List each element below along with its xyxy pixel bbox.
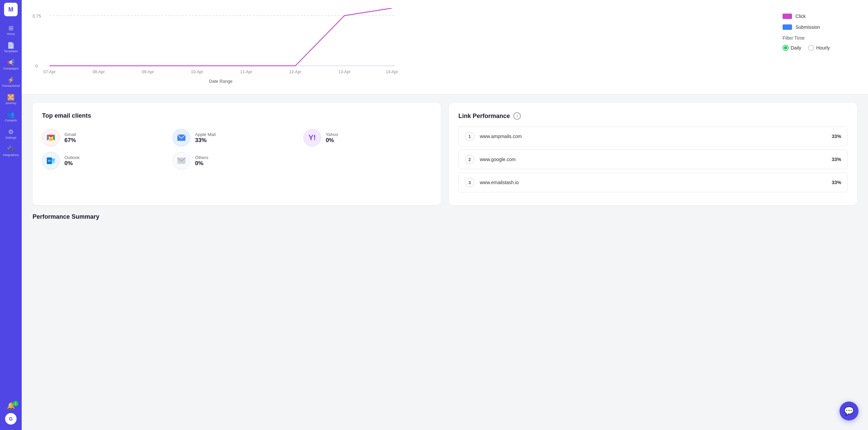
sidebar-bottom: 🔔 1 G: [1, 399, 21, 427]
journey-icon: 🔀: [7, 94, 15, 100]
link-row-2: 2 www.google.com 33%: [458, 150, 848, 169]
apple-mail-svg: [177, 133, 186, 142]
radio-daily-label: Daily: [791, 45, 801, 51]
link-rank-3: 3: [465, 178, 474, 187]
apple-mail-name: Apple Mail: [195, 132, 216, 137]
radio-daily-inner: [784, 46, 787, 50]
sidebar-label-journey: Journey: [5, 101, 16, 105]
link-pct-2: 33%: [832, 157, 841, 162]
client-others: Others 0%: [173, 152, 300, 170]
svg-text:10-Apr: 10-Apr: [191, 70, 203, 74]
link-performance-card: Link Performance i 1 www.ampmails.com 33…: [449, 103, 857, 205]
templates-icon: 📄: [7, 42, 15, 48]
x-axis-label: Date Range: [209, 79, 232, 84]
radio-hourly[interactable]: Hourly: [808, 45, 830, 51]
outlook-pct: 0%: [64, 160, 80, 167]
sidebar: M ⊞ Home 📄 Templates 📢 Campaigns ⚡ Trans…: [0, 0, 22, 430]
sidebar-label-contacts: Contacts: [5, 119, 17, 122]
client-outlook: O Outlook 0%: [42, 152, 170, 170]
link-url-2: www.google.com: [480, 157, 826, 162]
x-axis-labels: 07-Apr 08-Apr 09-Apr 10-Apr 11-Apr 12-Ap…: [43, 70, 398, 74]
legend-click: Click: [783, 14, 857, 19]
link-row-1: 1 www.ampmails.com 33%: [458, 126, 848, 146]
legend-click-color: [783, 14, 792, 19]
sidebar-item-templates[interactable]: 📄 Templates: [1, 40, 21, 56]
sidebar-logo[interactable]: M: [4, 3, 18, 16]
y-label-bottom: 0: [35, 63, 38, 69]
svg-text:12-Apr: 12-Apr: [289, 70, 301, 74]
chart-area: 0.75 0 07-Apr 08-Apr 09-Apr 10-Apr 11-Ap…: [33, 8, 769, 86]
sidebar-item-home[interactable]: ⊞ Home: [1, 22, 21, 38]
home-icon: ⊞: [8, 25, 14, 31]
sidebar-item-journey[interactable]: 🔀 Journey: [1, 92, 21, 108]
chart-legend-panel: Click Submission Filter Time Daily Hourl…: [783, 8, 857, 51]
link-url-3: www.emailstash.io: [480, 180, 826, 185]
link-row-3: 3 www.emailstash.io 33%: [458, 173, 848, 192]
others-info: Others 0%: [195, 155, 208, 167]
others-svg: [177, 156, 186, 165]
sidebar-item-settings[interactable]: ⚙ Settings: [1, 126, 21, 142]
gmail-icon: [42, 129, 60, 146]
y-label-top: 0.75: [33, 14, 41, 19]
filter-time-label: Filter Time: [783, 35, 857, 41]
chart-section: 0.75 0 07-Apr 08-Apr 09-Apr 10-Apr 11-Ap…: [22, 0, 868, 95]
settings-icon: ⚙: [8, 129, 14, 135]
sidebar-label-campaigns: Campaigns: [3, 67, 19, 70]
yahoo-name: Yahoo: [326, 132, 338, 137]
email-clients-card: Top email clients: [33, 103, 441, 205]
apple-mail-icon: [173, 129, 190, 146]
email-clients-grid: Gmail 67% Apple Mail 33%: [42, 129, 431, 170]
link-pct-1: 33%: [832, 134, 841, 139]
client-apple-mail: Apple Mail 33%: [173, 129, 300, 146]
outlook-name: Outlook: [64, 155, 80, 160]
chat-icon: 💬: [844, 406, 854, 416]
contacts-icon: 👥: [7, 112, 15, 118]
outlook-info: Outlook 0%: [64, 155, 80, 167]
yahoo-letter: Y!: [309, 133, 316, 142]
radio-daily[interactable]: Daily: [783, 45, 801, 51]
client-gmail: Gmail 67%: [42, 129, 170, 146]
radio-daily-circle: [783, 45, 789, 51]
sidebar-item-campaigns[interactable]: 📢 Campaigns: [1, 57, 21, 73]
svg-text:O: O: [48, 159, 51, 162]
outlook-icon: O: [42, 152, 60, 170]
link-url-1: www.ampmails.com: [480, 134, 826, 139]
sidebar-label-settings: Settings: [5, 136, 17, 139]
user-avatar[interactable]: G: [5, 413, 17, 425]
campaigns-icon: 📢: [7, 60, 15, 66]
perf-summary-title: Performance Summary: [33, 213, 857, 220]
link-rank-1: 1: [465, 132, 474, 141]
svg-text:07-Apr: 07-Apr: [43, 70, 56, 74]
others-name: Others: [195, 155, 208, 160]
sidebar-item-contacts[interactable]: 👥 Contacts: [1, 109, 21, 125]
notification-button[interactable]: 🔔 1: [1, 399, 21, 412]
yahoo-pct: 0%: [326, 137, 338, 144]
main-content: 0.75 0 07-Apr 08-Apr 09-Apr 10-Apr 11-Ap…: [22, 0, 868, 430]
click-line: [50, 8, 392, 66]
svg-text:13-Apr: 13-Apr: [338, 70, 351, 74]
chart-svg-wrap: 0.75 0 07-Apr 08-Apr 09-Apr 10-Apr 11-Ap…: [33, 8, 769, 86]
svg-text:11-Apr: 11-Apr: [240, 70, 252, 74]
legend-submission-color: [783, 24, 792, 30]
legend-submission-label: Submission: [795, 24, 820, 30]
bottom-sections: Top email clients: [22, 95, 868, 213]
integrations-icon: 🔌: [7, 146, 15, 152]
sidebar-item-transactional[interactable]: ⚡ Transactional: [1, 74, 21, 90]
email-clients-title: Top email clients: [42, 112, 431, 119]
others-icon: [173, 152, 190, 170]
chat-bubble-button[interactable]: 💬: [840, 402, 859, 421]
yahoo-info: Yahoo 0%: [326, 132, 338, 144]
sidebar-item-integrations[interactable]: 🔌 Integrations: [1, 143, 21, 159]
logo-icon: M: [8, 6, 14, 13]
link-perf-title: Link Performance: [458, 113, 510, 120]
link-perf-title-row: Link Performance i: [458, 112, 848, 120]
legend-click-label: Click: [795, 14, 806, 19]
info-icon: i: [513, 112, 521, 120]
perf-summary-section: Performance Summary: [22, 213, 868, 237]
yahoo-icon: Y!: [303, 129, 321, 146]
legend-submission: Submission: [783, 24, 857, 30]
svg-text:09-Apr: 09-Apr: [142, 70, 154, 74]
others-pct: 0%: [195, 160, 208, 167]
client-yahoo: Y! Yahoo 0%: [303, 129, 431, 146]
radio-hourly-circle: [808, 45, 814, 51]
